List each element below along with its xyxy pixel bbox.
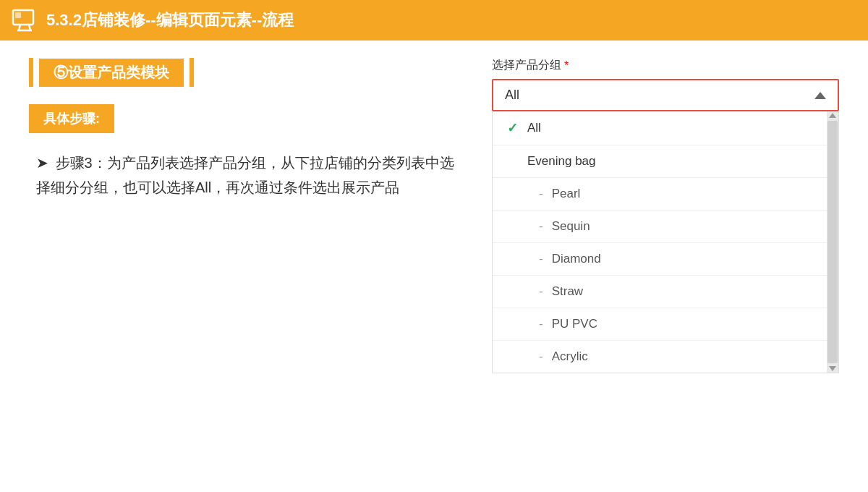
section-bar-right bbox=[190, 58, 194, 87]
dash-icon: - bbox=[539, 349, 543, 364]
arrow-icon: ➤ bbox=[36, 155, 53, 171]
dash-icon: - bbox=[539, 317, 543, 331]
dropdown-item-pearl[interactable]: - Pearl bbox=[493, 178, 827, 211]
dropdown-item-label: Evening bag bbox=[527, 154, 596, 169]
scrollbar-up-arrow[interactable] bbox=[829, 113, 836, 118]
dropdown-list-wrapper: ✓ All Evening bag - Pearl - bbox=[492, 111, 839, 373]
dropdown-item-diamond[interactable]: - Diamond bbox=[493, 243, 827, 276]
svg-rect-4 bbox=[15, 12, 21, 18]
header-title: 5.3.2店铺装修--编辑页面元素--流程 bbox=[46, 9, 856, 31]
dropdown-item-label: Pearl bbox=[552, 187, 581, 201]
right-panel: 选择产品分组 * All ✓ All Evening bag bbox=[492, 58, 839, 475]
dropdown-item-label: Straw bbox=[552, 284, 583, 299]
scrollbar-track bbox=[827, 121, 838, 363]
dropdown-item-all[interactable]: ✓ All bbox=[493, 111, 827, 145]
step-label: 具体步骤: bbox=[29, 104, 114, 133]
chevron-up-icon bbox=[814, 92, 826, 99]
header-bar: 5.3.2店铺装修--编辑页面元素--流程 bbox=[0, 0, 868, 41]
dropdown-label-text: 选择产品分组 bbox=[492, 58, 561, 73]
dropdown-label: 选择产品分组 * bbox=[492, 58, 839, 73]
dropdown-item-label: PU PVC bbox=[552, 317, 597, 331]
dropdown-item-label: Diamond bbox=[552, 252, 601, 266]
dropdown-item-label: Acrylic bbox=[552, 349, 588, 364]
required-indicator: * bbox=[564, 59, 569, 72]
dropdown-item-sequin[interactable]: - Sequin bbox=[493, 211, 827, 243]
header-arrow bbox=[832, 0, 868, 41]
dropdown-item-pu-pvc[interactable]: - PU PVC bbox=[493, 308, 827, 341]
dropdown-trigger[interactable]: All bbox=[492, 79, 839, 111]
dropdown-item-label: Sequin bbox=[552, 219, 590, 234]
section-title: ⑤设置产品类模块 bbox=[39, 59, 184, 87]
check-icon: ✓ bbox=[507, 120, 522, 136]
section-bar-left bbox=[29, 58, 33, 87]
dropdown-list: ✓ All Evening bag - Pearl - bbox=[493, 111, 827, 373]
dropdown-selected-value: All bbox=[505, 88, 519, 103]
step-text: 步骤3：为产品列表选择产品分组，从下拉店铺的分类列表中选择细分分组，也可以选择A… bbox=[36, 155, 454, 195]
section-header: ⑤设置产品类模块 bbox=[29, 58, 463, 87]
left-panel: ⑤设置产品类模块 具体步骤: ➤ 步骤3：为产品列表选择产品分组，从下拉店铺的分… bbox=[29, 58, 463, 475]
dropdown-item-straw[interactable]: - Straw bbox=[493, 276, 827, 308]
monitor-icon bbox=[12, 7, 38, 33]
dash-icon: - bbox=[539, 284, 543, 299]
dash-icon: - bbox=[539, 187, 543, 201]
scrollbar-down-arrow[interactable] bbox=[829, 366, 836, 371]
dropdown-item-acrylic[interactable]: - Acrylic bbox=[493, 341, 827, 373]
dropdown-item-evening-bag[interactable]: Evening bag bbox=[493, 145, 827, 178]
dropdown-item-label: All bbox=[527, 121, 541, 135]
dash-icon: - bbox=[539, 252, 543, 266]
step-description: ➤ 步骤3：为产品列表选择产品分组，从下拉店铺的分类列表中选择细分分组，也可以选… bbox=[29, 150, 463, 200]
main-content: ⑤设置产品类模块 具体步骤: ➤ 步骤3：为产品列表选择产品分组，从下拉店铺的分… bbox=[0, 41, 868, 492]
dropdown-scrollbar[interactable] bbox=[827, 111, 838, 373]
dash-icon: - bbox=[539, 219, 543, 234]
